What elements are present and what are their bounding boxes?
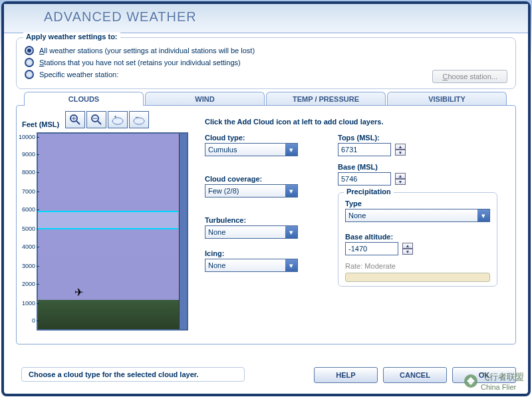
watermark: 飞行者联盟 China Flier — [464, 371, 524, 391]
precip-base-alt-input[interactable]: -1470 — [345, 242, 398, 255]
tick: 5000 — [22, 225, 35, 232]
chevron-down-icon: ▾ — [285, 259, 297, 271]
tick: 2000 — [22, 281, 35, 287]
svg-line-1 — [76, 121, 80, 124]
instruction-text: Click the Add Cloud icon at left to add … — [205, 118, 497, 126]
radio-not-set[interactable]: Stations that you have not set (retains … — [25, 58, 507, 67]
tab-visibility[interactable]: VISIBILITY — [387, 92, 507, 106]
tick: 0 — [32, 317, 35, 324]
tick: 10000 — [19, 134, 35, 140]
spin-down-icon[interactable]: ▼ — [402, 249, 413, 255]
cancel-button[interactable]: CANCEL — [383, 367, 447, 383]
zoom-in-icon[interactable] — [65, 111, 85, 128]
svg-text:+: + — [114, 114, 117, 120]
cloud-type-label: Cloud type: — [205, 134, 325, 142]
precip-legend: Precipitation — [344, 188, 394, 196]
precipitation-group: Precipitation Type None ▾ Base altitude:… — [338, 192, 497, 287]
apply-legend: Apply weather settings to: — [23, 33, 120, 41]
cloud-type-select[interactable]: Cumulus ▾ — [205, 143, 298, 156]
tab-clouds[interactable]: CLOUDS — [24, 92, 144, 106]
tab-wind[interactable]: WIND — [145, 92, 265, 106]
cloud-coverage-select[interactable]: Few (2/8) ▾ — [205, 184, 298, 198]
icing-value: None — [208, 261, 225, 269]
base-input[interactable]: 5746 — [338, 172, 391, 186]
add-cloud-icon[interactable]: + — [108, 111, 128, 128]
spin-up-icon[interactable]: ▲ — [395, 144, 406, 150]
rate-label: Rate: — [345, 262, 362, 270]
precip-base-alt-label: Base altitude: — [345, 233, 490, 241]
tick: 9000 — [22, 151, 35, 158]
svg-text:−: − — [135, 114, 138, 120]
turbulence-select[interactable]: None ▾ — [205, 225, 298, 239]
radio-specific-label: Specific weather station: — [39, 70, 118, 78]
chevron-down-icon: ▾ — [477, 209, 489, 221]
precip-type-label: Type — [345, 200, 490, 207]
cloud-layer-band[interactable] — [38, 211, 178, 229]
icing-label: Icing: — [205, 249, 325, 257]
choose-station-button: Choose station... — [432, 70, 507, 83]
radio-all-label: All weather stations (your settings at i… — [39, 47, 255, 55]
radio-all-stations[interactable]: All weather stations (your settings at i… — [25, 46, 507, 55]
title-bar: ADVANCED WEATHER — [4, 4, 528, 33]
help-button[interactable]: HELP — [314, 367, 378, 383]
tabs: CLOUDS WIND TEMP / PRESSURE VISIBILITY — [24, 92, 508, 106]
feet-msl-label: Feet (MSL) — [22, 120, 59, 128]
zoom-out-icon[interactable] — [86, 111, 106, 128]
tick: 4000 — [22, 243, 35, 250]
logo-icon — [464, 374, 478, 388]
tick: 6000 — [22, 206, 35, 213]
cloud-coverage-value: Few (2/8) — [208, 187, 239, 195]
watermark-en: China Flier — [481, 383, 524, 391]
turbulence-label: Turbulence: — [205, 216, 325, 224]
precip-type-value: None — [348, 211, 366, 219]
rate-row: Rate: Moderate — [345, 262, 490, 270]
precip-type-select[interactable]: None ▾ — [345, 209, 490, 222]
svg-line-5 — [98, 121, 101, 124]
cloud-coverage-label: Cloud coverage: — [205, 175, 325, 183]
remove-cloud-icon[interactable]: − — [129, 111, 149, 128]
altitude-chart[interactable]: 10000 9000 8000 7000 6000 5000 4000 3000… — [37, 132, 188, 331]
icing-select[interactable]: None ▾ — [205, 259, 298, 272]
turbulence-value: None — [208, 228, 225, 236]
tops-label: Tops (MSL): — [338, 134, 497, 142]
apply-weather-group: Apply weather settings to: All weather s… — [16, 37, 516, 89]
altitude-scale: 10000 9000 8000 7000 6000 5000 4000 3000… — [14, 134, 37, 329]
tops-input[interactable]: 6731 — [338, 143, 391, 156]
tick: 1000 — [22, 300, 35, 307]
radio-icon — [25, 46, 34, 55]
chevron-down-icon: ▾ — [285, 144, 297, 156]
chevron-down-icon: ▾ — [285, 226, 297, 238]
tops-spinner[interactable]: ▲▼ — [395, 144, 406, 156]
chart-scrollbar[interactable] — [179, 134, 187, 329]
tick: 3000 — [22, 263, 35, 269]
spin-down-icon[interactable]: ▼ — [395, 150, 406, 156]
rate-value: Moderate — [364, 262, 395, 270]
tick: 7000 — [22, 188, 35, 195]
tab-content: Feet (MSL) + − 10000 9000 — [16, 105, 516, 344]
page-title: ADVANCED WEATHER — [44, 9, 515, 25]
precip-base-alt-spinner[interactable]: ▲▼ — [402, 243, 413, 255]
radio-icon — [25, 58, 34, 67]
radio-notset-label: Stations that you have not set (retains … — [39, 59, 241, 66]
base-label: Base (MSL) — [338, 163, 497, 171]
spin-up-icon[interactable]: ▲ — [402, 243, 413, 249]
spin-up-icon[interactable]: ▲ — [395, 173, 406, 179]
base-spinner[interactable]: ▲▼ — [395, 173, 406, 185]
spin-down-icon[interactable]: ▼ — [395, 179, 406, 185]
cloud-type-value: Cumulus — [208, 146, 237, 154]
aircraft-icon: ✈ — [74, 286, 83, 299]
rate-slider — [345, 273, 490, 282]
watermark-cn: 飞行者联盟 — [481, 371, 524, 383]
radio-icon — [25, 70, 34, 79]
chevron-down-icon: ▾ — [285, 185, 297, 197]
tick: 8000 — [22, 169, 35, 176]
status-bar: Choose a cloud type for the selected clo… — [21, 367, 245, 382]
tab-temp-pressure[interactable]: TEMP / PRESSURE — [266, 92, 386, 106]
